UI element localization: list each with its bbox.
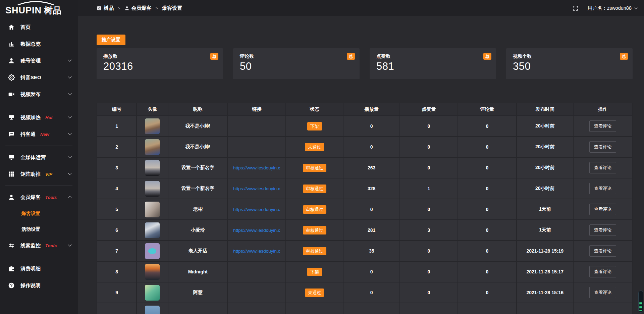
sidebar-item-6[interactable]: 视频加热Hot bbox=[0, 109, 78, 126]
avatar bbox=[145, 222, 160, 238]
cell-status: 审核通过 bbox=[286, 220, 343, 241]
column-header: 昵称 bbox=[168, 103, 227, 116]
cell-comments: 0 bbox=[458, 157, 517, 178]
stat-card-value: 581 bbox=[376, 60, 489, 72]
sidebar-menu: 首页数据总览账号管理抖音SEO视频发布视频加热Hot抖客通New全媒体运营矩阵助… bbox=[0, 17, 78, 294]
status-badge: 审核通过 bbox=[303, 164, 326, 172]
sidebar-divider bbox=[5, 257, 72, 257]
sidebar-item-2[interactable]: 数据总览 bbox=[0, 36, 78, 52]
table-row: 8Midnight下架0002021-11-28 15:17查看评论 bbox=[97, 261, 632, 282]
sidebar-item-7[interactable]: 抖客通New bbox=[0, 126, 78, 143]
sidebar-item-11[interactable]: 线索监控Tools bbox=[0, 237, 78, 254]
table-body: 1我不是小帅!下架00020小时前查看评论2我不是小帅!未通过00020小时前查… bbox=[97, 116, 632, 314]
user-icon bbox=[8, 57, 15, 64]
cell-time: 1天前 bbox=[517, 199, 573, 220]
total-badge: 总 bbox=[347, 53, 355, 60]
view-comments-button[interactable]: 查看评论 bbox=[589, 120, 616, 132]
sidebar-item-10[interactable]: 会员爆客Tools bbox=[0, 189, 78, 206]
cell-status: 审核通过 bbox=[286, 241, 343, 261]
sidebar-subitem-活动设置[interactable]: 活动设置 bbox=[0, 221, 78, 237]
table-row: 7老人开店https://www.iesdouyin.c审核通过35002021… bbox=[97, 241, 632, 261]
sidebar-item-4[interactable]: 抖音SEO bbox=[0, 69, 78, 86]
sidebar-item-label: 线索监控 bbox=[20, 243, 41, 249]
cell-likes: 1 bbox=[400, 178, 458, 199]
cell-number: 8 bbox=[97, 261, 137, 282]
cell-number: 4 bbox=[97, 178, 137, 199]
sidebar-item-12[interactable]: 消费明细 bbox=[0, 260, 78, 277]
cell-plays: 0 bbox=[343, 199, 400, 220]
video-link[interactable]: https://www.iesdouyin.c bbox=[233, 249, 280, 254]
overlay-widget[interactable] bbox=[638, 291, 643, 313]
view-comments-button[interactable]: 查看评论 bbox=[589, 183, 616, 194]
user-menu[interactable]: 用户名：zswodun88 bbox=[588, 5, 637, 11]
cell-link bbox=[227, 282, 286, 303]
video-link[interactable]: https://www.iesdouyin.c bbox=[233, 207, 280, 212]
cell-avatar bbox=[137, 220, 168, 241]
cell-number: 1 bbox=[97, 116, 137, 137]
cell-time: 2021-11-28 15:16 bbox=[517, 282, 573, 303]
view-comments-button[interactable]: 查看评论 bbox=[589, 162, 616, 173]
cell-link: https://www.iesdouyin.c bbox=[227, 199, 286, 220]
chevron-down-icon bbox=[68, 92, 71, 95]
cell-nickname: 老彬 bbox=[168, 199, 227, 220]
sidebar-item-9[interactable]: 矩阵助推VIP bbox=[0, 166, 78, 182]
view-comments-button[interactable]: 查看评论 bbox=[589, 204, 616, 215]
breadcrumb-separator: > bbox=[118, 6, 120, 11]
table-row: 2我不是小帅!未通过00020小时前查看评论 bbox=[97, 137, 632, 157]
sidebar-subitem-爆客设置[interactable]: 爆客设置 bbox=[0, 206, 78, 221]
cell-plays: 0 bbox=[343, 137, 400, 157]
sidebar-item-3[interactable]: 账号管理 bbox=[0, 52, 78, 69]
cell-link bbox=[227, 303, 286, 314]
view-comments-button[interactable]: 查看评论 bbox=[589, 245, 616, 257]
chevron-down-icon bbox=[68, 58, 71, 62]
view-comments-button[interactable]: 查看评论 bbox=[589, 224, 616, 236]
cell-nickname: 我不是小帅! bbox=[168, 137, 227, 157]
breadcrumb-item: 爆客设置 bbox=[162, 5, 182, 11]
breadcrumb-item[interactable]: 树品 bbox=[104, 5, 114, 11]
video-link[interactable]: https://www.iesdouyin.c bbox=[233, 186, 280, 191]
cell-action: 查看评论 bbox=[573, 178, 632, 199]
cell-plays bbox=[343, 303, 400, 314]
cell-action: 查看评论 bbox=[573, 261, 632, 282]
sidebar-item-13[interactable]: 操作说明 bbox=[0, 277, 78, 294]
stat-card-value: 350 bbox=[513, 60, 626, 72]
logo-arc bbox=[16, 1, 56, 5]
cell-avatar bbox=[137, 303, 168, 314]
table-row: 4设置一个新名字https://www.iesdouyin.c审核通过32810… bbox=[97, 178, 632, 199]
cell-status: 审核通过 bbox=[286, 199, 343, 220]
sidebar-item-1[interactable]: 首页 bbox=[0, 19, 78, 36]
view-comments-button[interactable]: 查看评论 bbox=[589, 287, 616, 298]
cell-nickname: 阿慧 bbox=[168, 282, 227, 303]
sidebar-item-8[interactable]: 全媒体运营 bbox=[0, 149, 78, 166]
view-comments-button[interactable]: 查看评论 bbox=[589, 141, 616, 153]
cell-likes bbox=[400, 303, 458, 314]
videos-table: 编号头像昵称链接状态播放量点赞量评论量发布时间操作 1我不是小帅!下架00020… bbox=[97, 103, 633, 314]
sidebar-item-5[interactable]: 视频发布 bbox=[0, 86, 78, 103]
cell-nickname: 设置一个新名字 bbox=[168, 178, 227, 199]
video-link[interactable]: https://www.iesdouyin.c bbox=[233, 165, 280, 170]
stat-card-label: 点赞数 bbox=[376, 53, 489, 59]
stat-cards: 播放数20316总评论数50总点赞数581总视频个数350总 bbox=[97, 48, 633, 79]
cell-comments: 0 bbox=[458, 116, 517, 137]
home-icon bbox=[8, 24, 15, 31]
video-link[interactable]: https://www.iesdouyin.c bbox=[233, 228, 280, 233]
chart-icon bbox=[8, 41, 15, 47]
fullscreen-icon[interactable] bbox=[573, 5, 578, 11]
sidebar-divider bbox=[5, 146, 72, 146]
cell-status: 审核通过 bbox=[286, 178, 343, 199]
cell-comments: 0 bbox=[458, 261, 517, 282]
table-row: 5老彬https://www.iesdouyin.c审核通过0001天前查看评论 bbox=[97, 199, 632, 220]
promo-settings-button[interactable]: 推广设置 bbox=[97, 35, 125, 45]
cell-nickname bbox=[168, 303, 227, 314]
view-comments-button[interactable]: 查看评论 bbox=[589, 266, 616, 277]
table-row: 9阿慧未通过0002021-11-28 15:16查看评论 bbox=[97, 282, 632, 303]
cell-number: 7 bbox=[97, 241, 137, 261]
chevron-down-icon bbox=[68, 243, 71, 247]
cell-number: 3 bbox=[97, 157, 137, 178]
breadcrumb-item[interactable]: 会员爆客 bbox=[131, 5, 152, 11]
chevron-down-icon bbox=[68, 132, 71, 135]
cell-likes: 0 bbox=[400, 137, 458, 157]
sidebar-badge: Tools bbox=[45, 195, 57, 200]
total-badge: 总 bbox=[210, 53, 218, 60]
column-header: 编号 bbox=[97, 103, 137, 116]
